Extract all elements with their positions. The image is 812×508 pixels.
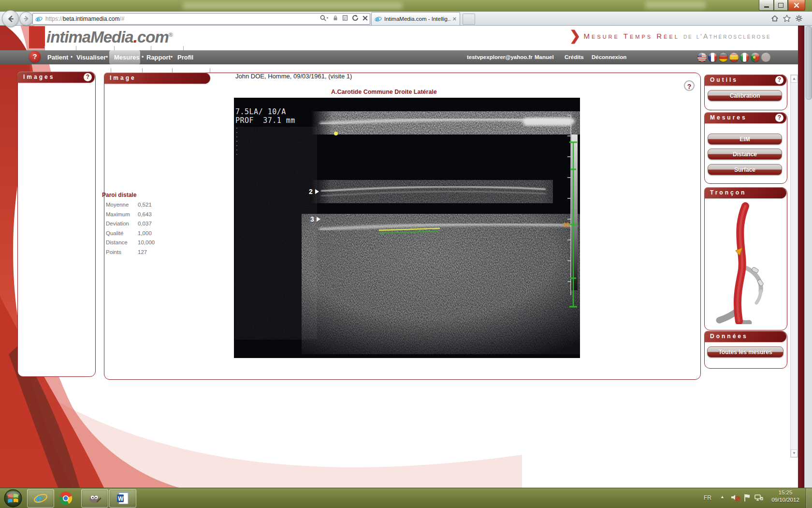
wall-marker-3: 3: [310, 215, 314, 223]
measurements-title: Paroi distale: [102, 192, 136, 198]
volume-muted-icon[interactable]: [731, 493, 740, 504]
nav-separator: •: [71, 50, 72, 64]
site-tagline: ❯ Mesure Temps Réel de l'Athérosclérose: [569, 30, 771, 43]
all-measures-button[interactable]: Toutes les mesures: [707, 346, 783, 358]
nav-separator: •: [171, 50, 173, 64]
url-text: https://beta.intimamedia.com/#: [45, 15, 124, 22]
surface-button[interactable]: Surface: [708, 164, 782, 175]
svg-text:e: e: [376, 15, 379, 22]
tab-close-icon[interactable]: ✕: [452, 16, 457, 22]
site-logo[interactable]: intimaMedia.com®: [46, 28, 173, 46]
data-panel-tab: Données: [704, 331, 786, 342]
forward-button[interactable]: [19, 12, 33, 26]
measures-help-button[interactable]: ?: [775, 114, 783, 122]
tab-title: IntimaMedia.com - Intellig...: [384, 16, 450, 22]
flag-us-icon[interactable]: [697, 53, 707, 62]
image-panel-tab: Image: [104, 73, 210, 84]
distance-button[interactable]: Distance: [708, 149, 782, 160]
ultrasound-image[interactable]: 2 3 30 7.5LA/ 10/A PROF 37.1 mm: [234, 98, 580, 358]
compatibility-view-icon[interactable]: [342, 14, 348, 24]
logo-red-dot: .: [133, 28, 137, 46]
taskbar-gimp-button[interactable]: [81, 489, 108, 508]
background-window-blur: [183, 2, 403, 9]
start-button[interactable]: [4, 489, 22, 508]
new-tab-button[interactable]: [463, 14, 475, 25]
nav-item-patient[interactable]: Patient: [47, 50, 68, 64]
nav-tick: [114, 46, 115, 50]
taskbar-chrome-button[interactable]: [59, 492, 72, 507]
main-navbar: Patient • Visualiser • Mesures • Rapport…: [0, 50, 798, 64]
browser-chrome: e https://beta.intimamedia.com/# e Intim…: [0, 12, 812, 26]
carotid-diagram[interactable]: [711, 202, 774, 324]
maximize-button[interactable]: [774, 0, 788, 11]
home-icon[interactable]: [770, 14, 779, 25]
page-edge-stripe: [798, 25, 804, 488]
language-indicator[interactable]: FR: [704, 494, 711, 501]
us-overlay-depth: PROF 37.1 mm: [235, 116, 295, 125]
nav-link-credits[interactable]: Crédits: [565, 50, 584, 64]
background-toolbar-blur: [645, 1, 706, 9]
page-scrollbar[interactable]: ▲ ▼: [790, 75, 798, 458]
scroll-up-icon[interactable]: ▲: [791, 75, 798, 83]
taskbar: e W: [0, 488, 812, 508]
minimize-button[interactable]: [759, 0, 774, 11]
favorites-star-icon[interactable]: [783, 14, 791, 25]
scale-label: 30: [563, 222, 570, 228]
eim-button[interactable]: EIM: [708, 134, 782, 145]
nav-item-rapport[interactable]: Rapport: [146, 50, 171, 64]
settings-gear-icon[interactable]: [795, 14, 803, 25]
taskbar-ie-button[interactable]: e: [27, 489, 54, 508]
ie-icon: e: [33, 491, 48, 506]
svg-text:e: e: [37, 15, 40, 22]
patient-info: John DOE, Homme, 09/03/1961, (visite 1): [235, 73, 352, 80]
flag-it-icon[interactable]: [740, 53, 749, 62]
search-icon[interactable]: [319, 14, 329, 24]
taskbar-clock[interactable]: 15:25 09/10/2012: [768, 489, 803, 504]
us-overlay-probe: 7.5LA/ 10/A: [235, 107, 286, 116]
nav-item-mesures[interactable]: Mesures: [114, 50, 140, 64]
back-arrow-icon: [6, 15, 15, 23]
tab-favicon: e: [375, 15, 382, 23]
user-email: testvpexplorer@yahoo.fr: [467, 50, 533, 64]
back-button[interactable]: [2, 10, 19, 27]
nav-item-visualiser[interactable]: Visualiser: [76, 50, 106, 64]
stop-icon[interactable]: [362, 15, 368, 23]
refresh-icon[interactable]: [351, 14, 359, 24]
forward-arrow-icon: [23, 15, 30, 22]
nav-item-profil[interactable]: Profil: [177, 50, 193, 64]
scroll-down-icon[interactable]: ▼: [791, 449, 798, 457]
nav-help-button[interactable]: ?: [29, 51, 41, 62]
scrollbar-thumb[interactable]: [806, 26, 812, 100]
images-panel-tab: Images ?: [17, 72, 95, 83]
measurement-row: Moyenne0,521: [106, 202, 183, 211]
measures-panel-tab: Mesures ?: [704, 112, 786, 123]
close-icon: [794, 2, 799, 8]
flag-es-icon[interactable]: [729, 53, 739, 62]
browser-tab[interactable]: e IntimaMedia.com - Intellig... ✕: [371, 12, 460, 25]
minimize-icon: [764, 6, 769, 8]
image-help-button[interactable]: ?: [684, 80, 695, 91]
hidden-icons-chevron[interactable]: ▲: [720, 494, 725, 499]
calibration-point: [334, 132, 338, 135]
nav-link-deconnexion[interactable]: Déconnexion: [592, 50, 626, 64]
clock-time: 15:25: [768, 489, 803, 496]
screen: e https://beta.intimamedia.com/# e Intim…: [0, 0, 812, 508]
maximize-icon: [778, 3, 783, 8]
taskbar-word-button[interactable]: W: [109, 489, 136, 508]
action-center-flag-icon[interactable]: [743, 493, 751, 504]
chevron-icon: ❯: [569, 30, 580, 42]
flag-de-icon[interactable]: [719, 53, 728, 62]
url-bar[interactable]: e https://beta.intimamedia.com/#: [32, 13, 370, 25]
image-title: A.Carotide Commune Droite Latérale: [331, 89, 437, 95]
close-button[interactable]: [788, 0, 805, 11]
calibration-button[interactable]: Calibration: [708, 90, 782, 101]
window-scrollbar[interactable]: [804, 12, 812, 488]
flag-fr-icon[interactable]: [708, 53, 717, 62]
nav-link-manuel[interactable]: Manuel: [535, 50, 554, 64]
show-desktop-button[interactable]: [806, 488, 812, 508]
images-help-button[interactable]: ?: [84, 73, 92, 81]
flag-pt-icon[interactable]: [751, 53, 760, 62]
ie-favicon: e: [35, 15, 43, 23]
network-icon[interactable]: [754, 493, 764, 504]
tools-help-button[interactable]: ?: [775, 76, 783, 84]
